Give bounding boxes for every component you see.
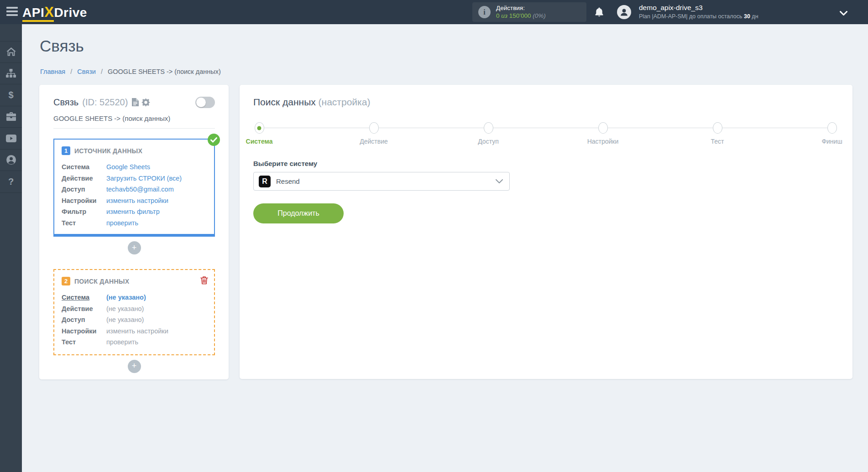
actions-counter-widget[interactable]: i Действия: 0 из 150'000 (0%) [472,2,586,22]
stepper-line [259,128,832,128]
link-id: (ID: 52520) [82,97,128,108]
actions-label: Действия: [496,5,546,12]
sidebar-item-connections[interactable] [0,63,22,85]
actions-value: 0 из 150'000 (0%) [496,12,546,20]
step-circle [484,122,493,134]
sidebar-item-services[interactable] [0,106,22,128]
search-data-block: 2 ПОИСК ДАННЫХ Система(не указано) Дейст… [53,269,215,355]
gear-icon[interactable] [141,98,150,107]
user-menu[interactable]: demo_apix-drive_s3 Plan |ADM-AP-SM| до о… [639,4,758,20]
document-icon[interactable] [132,98,139,106]
source-test-link[interactable]: проверить [106,219,138,227]
info-icon: i [478,6,491,18]
link-card-title: Связь [53,97,78,108]
help-icon: ? [8,176,14,187]
source-data-block: 1 ИСТОЧНИК ДАННЫХ СистемаGoogle Sheets Д… [53,139,215,237]
select-system-label: Выберите систему [253,160,839,167]
briefcase-icon [6,112,16,121]
source-row-action: ДействиеЗагрузить СТРОКИ (все) [62,173,207,184]
continue-button[interactable]: Продолжить [253,203,344,223]
source-row-access: Доступtechavb50@gmail.com [62,184,207,195]
sidebar-item-help[interactable]: ? [0,171,22,193]
breadcrumb-links[interactable]: Связи [77,68,96,75]
step-test: Тест [690,122,745,145]
step-action: Действие [346,122,401,145]
breadcrumb-current: GOOGLE SHEETS -> (поиск данных) [108,68,221,75]
link-summary-card: Связь (ID: 52520) GOOGLE SHEETS -> (поис… [39,85,229,379]
breadcrumb: Главная / Связи / GOOGLE SHEETS -> (поис… [40,68,221,75]
setup-panel: Поиск данных (настройка) Система Действи… [240,85,852,379]
source-action-link[interactable]: Загрузить СТРОКИ (все) [106,175,182,182]
video-icon [6,135,16,142]
search-system-label-link[interactable]: Система [62,292,106,303]
setup-title: Поиск данных (настройка) [253,97,839,108]
step-circle [598,122,608,134]
link-subtitle: GOOGLE SHEETS -> (поиск данных) [53,114,215,129]
main-area: Связь Главная / Связи / GOOGLE SHEETS ->… [22,24,868,472]
setup-stepper: Система Действие Доступ Настройки Тест Ф… [253,122,839,149]
source-row-settings: Настройкиизменить настройки [62,195,207,207]
check-icon [208,134,220,146]
source-row-test: Тестпроверить [62,218,207,229]
top-header: APIXDrive i Действия: 0 из 150'000 (0%) … [0,0,868,24]
search-row-system: Система(не указано) [62,292,207,303]
resend-logo-icon: R [259,176,271,187]
sitemap-icon [6,69,16,78]
search-row-action: Действие(не указано) [62,303,207,315]
step-circle [713,122,722,134]
notifications-bell-icon[interactable] [594,7,604,19]
logo-api: API [22,5,44,20]
link-enable-toggle[interactable] [195,97,215,108]
step-number-badge: 1 [62,146,70,155]
user-avatar[interactable] [617,5,631,19]
step-circle-active [255,122,264,134]
add-step-button[interactable]: + [128,360,141,373]
source-block-title: ИСТОЧНИК ДАННЫХ [74,147,142,155]
sidebar-item-home[interactable] [0,41,22,63]
sidebar-item-video[interactable] [0,128,22,150]
search-block-title: ПОИСК ДАННЫХ [74,278,130,285]
source-row-system: СистемаGoogle Sheets [62,161,207,173]
logo-drive: Drive [54,5,87,20]
step-settings: Настройки [575,122,630,145]
user-name: demo_apix-drive_s3 [639,4,758,12]
hamburger-menu-icon[interactable] [6,7,18,17]
source-filter-link[interactable]: изменить фильтр [106,208,160,215]
step-finish: Финиш [805,122,859,145]
dollar-icon: $ [8,90,13,100]
chevron-down-icon [496,179,503,184]
source-system-link[interactable]: Google Sheets [106,163,150,171]
home-icon [6,47,16,56]
trash-icon[interactable] [200,276,208,286]
source-row-filter: Фильтризменить фильтр [62,206,207,218]
search-system-link[interactable]: (не указано) [106,294,146,301]
step-number-badge: 2 [62,277,70,285]
step-circle [827,122,837,134]
sidebar-item-profile[interactable] [0,150,22,171]
source-settings-link[interactable]: изменить настройки [106,197,168,204]
search-row-settings: Настройкиизменить настройки [62,326,207,337]
step-system: Система [232,122,287,145]
search-row-test: Тестпроверить [62,337,207,348]
search-row-access: Доступ(не указано) [62,314,207,326]
system-select-value: Resend [276,177,496,185]
step-access: Доступ [461,122,516,145]
breadcrumb-home[interactable]: Главная [40,68,65,75]
system-select[interactable]: R Resend [253,172,510,191]
user-icon [6,155,16,165]
source-access-link[interactable]: techavb50@gmail.com [106,186,174,193]
left-sidebar: $ ? [0,24,22,472]
app-logo[interactable]: APIXDrive [22,4,87,21]
page-title: Связь [40,37,84,55]
chevron-down-icon[interactable] [840,10,847,18]
sidebar-item-billing[interactable]: $ [0,84,22,106]
add-step-button[interactable]: + [128,241,141,254]
step-circle [369,122,379,134]
logo-x: X [44,4,54,20]
user-plan: Plan |ADM-AP-SM| до оплаты осталось 30 д… [639,13,758,20]
